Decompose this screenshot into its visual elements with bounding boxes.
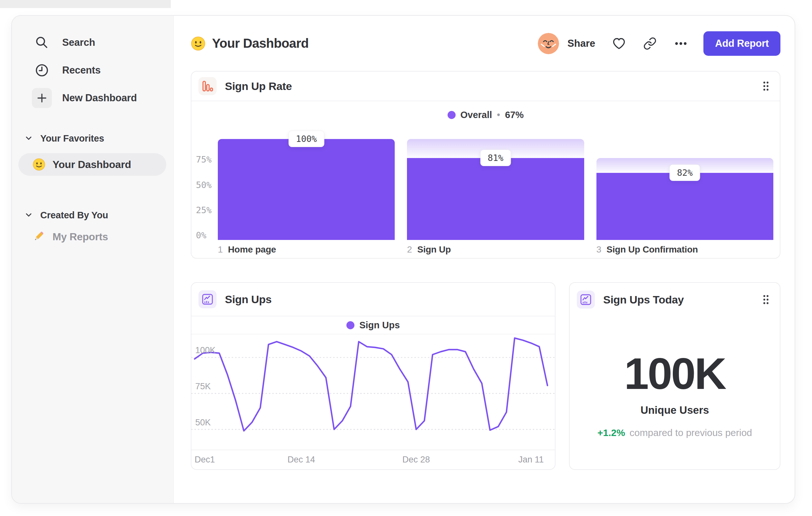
funnel-bar-value: 100% [288,131,324,147]
header-actions: Share Add Report [538,31,780,56]
funnel-bar[interactable]: 82% [597,139,773,240]
section-title: Your Favorites [40,133,104,144]
funnel-bar-value: 82% [670,164,700,181]
funnel-step-label: 1Home page [218,244,395,255]
bottom-row: Sign Ups Sign Ups 100K75K50K Dec1Dec 14D… [191,282,780,470]
line-chart-icon [577,291,595,309]
card-title: Sign Up Rate [225,80,753,92]
user-avatar[interactable] [538,33,559,54]
sidebar-item-label: New Dashboard [62,92,137,104]
sign-ups-card: Sign Ups Sign Ups 100K75K50K Dec1Dec 14D… [191,282,555,470]
legend-dot-icon [447,111,456,119]
line-x-tick: Dec 28 [402,454,430,464]
funnel-plot: 75%50%25%0% 100%81%82% [192,129,780,240]
funnel-bar[interactable]: 100% [218,139,395,240]
funnel-y-tick: 0% [196,230,207,240]
search-icon [32,33,52,53]
funnel-step-name: Sign Up [417,244,451,255]
sidebar-item-label: Search [62,37,95,48]
copy-link-button[interactable] [643,36,657,51]
legend-label: Overall [460,110,492,120]
smiley-emoji-icon [33,158,46,171]
clock-icon [32,60,52,80]
stat-comparison: compared to previous period [630,427,752,438]
funnel-x-labels: 1Home page2Sign Up3Sign Up Confirmation [192,240,780,255]
page-title: Your Dashboard [212,36,309,51]
smiley-emoji-icon [191,36,206,51]
section-title: Created By You [40,210,108,221]
card-title: Sign Ups [225,293,546,306]
line-chart-svg [192,334,555,450]
add-report-button[interactable]: Add Report [703,31,780,56]
line-legend: Sign Ups [192,316,555,334]
line-x-tick: Jan 11 [518,454,544,464]
line-plot: 100K75K50K [192,334,555,450]
chevron-down-icon [25,212,33,218]
sidebar-item-label: Your Dashboard [53,159,131,171]
funnel-bar-column [218,139,395,240]
sign-ups-today-card-header: Sign Ups Today [570,283,780,316]
funnel-step-index: 1 [218,244,223,255]
funnel-y-tick: 25% [196,205,212,215]
sidebar-item-my-reports[interactable]: My Reports [18,225,166,248]
funnel-y-axis: 75%50%25%0% [196,139,214,240]
funnel-y-tick: 50% [196,180,212,190]
sidebar-item-new-dashboard[interactable]: New Dashboard [18,84,166,112]
dashboard-header: Your Dashboard Share Add Report [191,16,780,71]
stat-body: 100K Unique Users +1.2% compared to prev… [570,351,780,438]
sidebar-item-label: Recents [62,64,100,76]
more-options-button[interactable] [674,36,688,51]
line-y-tick: 100K [195,345,215,355]
sidebar-section-created-by-you[interactable]: Created By You [18,207,166,223]
funnel-bar-fill [218,139,395,240]
pencil-emoji-icon [33,230,46,243]
funnel-step-index: 2 [407,244,412,255]
funnel-step-name: Sign Up Confirmation [606,244,698,255]
sidebar-item-your-dashboard[interactable]: Your Dashboard [18,153,166,176]
line-chart-icon [199,290,216,308]
line-x-axis: Dec1Dec 14Dec 28Jan 11 [192,450,555,469]
funnel-y-tick: 75% [196,155,212,164]
funnel-step-label: 2Sign Up [407,244,584,255]
sidebar-item-search[interactable]: Search [18,29,166,56]
sign-up-rate-card: Sign Up Rate Overall • 67% 75%50%25%0% 1… [191,71,780,259]
sidebar-item-label: My Reports [53,231,108,243]
plus-icon [32,88,52,108]
drag-handle-icon[interactable] [761,80,771,92]
sign-up-rate-card-header: Sign Up Rate [192,72,780,101]
line-x-tick: Dec1 [195,454,215,464]
funnel-legend: Overall • 67% [192,101,780,129]
drag-handle-icon[interactable] [761,294,771,306]
app-window: Search Recents New Dashboard Your Favori… [11,15,795,504]
legend-value: 67% [505,110,524,120]
funnel-bar-fill [407,158,584,240]
stat-delta-row: +1.2% compared to previous period [570,427,780,438]
line-y-tick: 75K [195,382,211,391]
sidebar-section-favorites[interactable]: Your Favorites [18,130,166,147]
share-button[interactable]: Share [568,38,595,49]
stat-delta: +1.2% [598,427,625,438]
line-x-tick: Dec 14 [287,454,315,464]
card-title: Sign Ups Today [603,294,753,306]
main-content: Your Dashboard Share Add Report [174,16,794,503]
sidebar-item-recents[interactable]: Recents [18,56,166,84]
funnel-step-index: 3 [597,244,602,255]
dashboard-title-wrap: Your Dashboard [191,36,309,51]
stat-value: 100K [570,351,780,396]
funnel-bars: 100%81%82% [218,139,773,240]
stat-label: Unique Users [570,404,780,416]
funnel-step-label: 3Sign Up Confirmation [597,244,773,255]
funnel-bar[interactable]: 81% [407,139,584,240]
favorite-heart-button[interactable] [612,36,626,51]
sign-ups-line-series[interactable] [195,338,547,431]
funnel-bar-value: 81% [481,150,511,166]
sidebar: Search Recents New Dashboard Your Favori… [12,16,174,503]
sign-ups-card-header: Sign Ups [192,283,555,316]
funnel-step-name: Home page [228,244,276,255]
line-y-tick: 50K [195,418,211,428]
legend-label: Sign Ups [359,320,400,331]
funnel-bar-fill [597,173,773,240]
legend-dot-icon [346,321,354,329]
legend-separator: • [497,110,500,120]
window-top-strip [0,0,171,8]
